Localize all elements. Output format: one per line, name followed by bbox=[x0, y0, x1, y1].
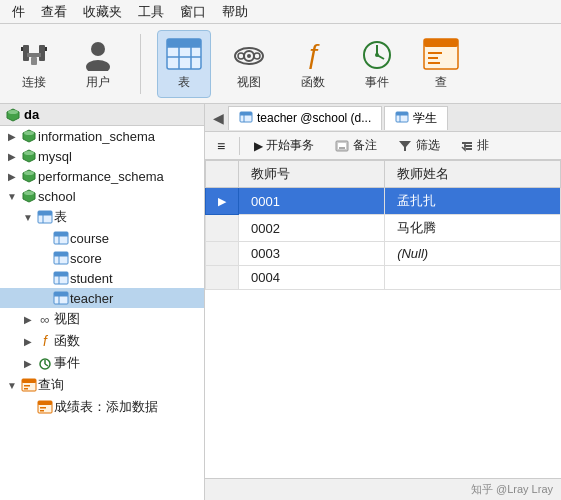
menu-window[interactable]: 窗口 bbox=[172, 1, 214, 23]
backup-button[interactable]: 备注 bbox=[328, 135, 383, 156]
sidebar-item-information-schema[interactable]: ▶ information_schema bbox=[0, 126, 204, 146]
toolbar-user[interactable]: 用户 bbox=[72, 30, 124, 98]
sidebar-item-performance-schema[interactable]: ▶ performance_schema bbox=[0, 166, 204, 186]
svg-rect-72 bbox=[240, 112, 252, 115]
sidebar-label-mysql: mysql bbox=[38, 149, 72, 164]
sidebar-item-teacher[interactable]: teacher bbox=[0, 288, 204, 308]
sidebar-item-events-folder[interactable]: ▶ 事件 bbox=[0, 352, 204, 374]
filter-button[interactable]: 筛选 bbox=[391, 135, 446, 156]
svg-line-60 bbox=[45, 364, 48, 366]
sidebar-item-tables-folder[interactable]: ▼ 表 bbox=[0, 206, 204, 228]
svg-rect-68 bbox=[40, 410, 44, 412]
svg-rect-24 bbox=[424, 39, 458, 47]
sidebar-label-school: school bbox=[38, 189, 76, 204]
svg-rect-3 bbox=[31, 57, 37, 65]
cell-id-3[interactable]: 0003 bbox=[239, 242, 385, 266]
status-bar: 知乎 @Lray Lray bbox=[205, 478, 561, 500]
sidebar-item-score[interactable]: score bbox=[0, 248, 204, 268]
table-icon-score bbox=[52, 250, 70, 266]
sidebar-item-course[interactable]: course bbox=[0, 228, 204, 248]
sidebar-header: da bbox=[0, 104, 204, 126]
tab-student[interactable]: 学生 bbox=[384, 106, 448, 130]
cell-id-2[interactable]: 0002 bbox=[239, 215, 385, 242]
sort-label: 排 bbox=[477, 137, 489, 154]
toolbar-query[interactable]: 查 bbox=[415, 30, 467, 98]
tab-nav-left[interactable]: ◀ bbox=[209, 108, 228, 128]
svg-rect-63 bbox=[24, 385, 30, 387]
svg-rect-64 bbox=[24, 388, 28, 390]
svg-rect-79 bbox=[339, 147, 345, 149]
menu-view[interactable]: 查看 bbox=[33, 1, 75, 23]
toggle-information-schema[interactable]: ▶ bbox=[4, 131, 20, 142]
sidebar-item-mysql[interactable]: ▶ mysql bbox=[0, 146, 204, 166]
user-icon bbox=[80, 36, 116, 72]
view-icon bbox=[231, 36, 267, 72]
menu-button[interactable]: ≡ bbox=[211, 136, 231, 156]
menubar: 件 查看 收藏夹 工具 窗口 帮助 bbox=[0, 0, 561, 24]
sidebar-label-views-folder: 视图 bbox=[54, 310, 80, 328]
table-row[interactable]: 0004 bbox=[206, 266, 561, 290]
toggle-tables-folder[interactable]: ▼ bbox=[20, 212, 36, 223]
cell-id-1[interactable]: 0001 bbox=[239, 188, 385, 215]
svg-point-37 bbox=[24, 191, 34, 195]
toolbar-connect[interactable]: 连接 bbox=[8, 30, 60, 98]
toolbar-query-label: 查 bbox=[435, 74, 447, 91]
svg-rect-26 bbox=[428, 57, 438, 59]
sidebar-item-views-folder[interactable]: ▶ ∞ 视图 bbox=[0, 308, 204, 330]
sidebar-item-functions-folder[interactable]: ▶ f 函数 bbox=[0, 330, 204, 352]
sidebar-item-queries-folder[interactable]: ▼ 查询 bbox=[0, 374, 204, 396]
menu-tools[interactable]: 工具 bbox=[130, 1, 172, 23]
views-folder-icon: ∞ bbox=[36, 311, 54, 327]
toggle-events-folder[interactable]: ▶ bbox=[20, 358, 36, 369]
svg-rect-27 bbox=[428, 62, 440, 64]
svg-point-33 bbox=[24, 151, 34, 155]
sidebar-label-teacher: teacher bbox=[70, 291, 113, 306]
db-icon-school bbox=[20, 188, 38, 204]
tab-teacher[interactable]: teacher @school (d... bbox=[228, 106, 382, 130]
menu-help[interactable]: 帮助 bbox=[214, 1, 256, 23]
toggle-functions-folder[interactable]: ▶ bbox=[20, 336, 36, 347]
table-row[interactable]: 0003 (Null) bbox=[206, 242, 561, 266]
transaction-button[interactable]: ▶ 开始事务 bbox=[248, 135, 320, 156]
toolbar-view[interactable]: 视图 bbox=[223, 30, 275, 98]
sidebar-item-student[interactable]: student bbox=[0, 268, 204, 288]
row-indicator-4 bbox=[206, 266, 239, 290]
cell-name-3-null[interactable]: (Null) bbox=[385, 242, 561, 266]
main-toolbar: 连接 用户 表 bbox=[0, 24, 561, 104]
connect-icon bbox=[16, 36, 52, 72]
toolbar-function[interactable]: ƒ 函数 bbox=[287, 30, 339, 98]
sidebar-item-query1[interactable]: 成绩表：添加数据 bbox=[0, 396, 204, 418]
table-icon bbox=[166, 36, 202, 72]
svg-point-31 bbox=[24, 131, 34, 135]
svg-point-22 bbox=[375, 53, 379, 57]
toggle-school[interactable]: ▼ bbox=[4, 191, 20, 202]
svg-rect-49 bbox=[54, 252, 68, 256]
query-icon bbox=[423, 36, 459, 72]
transaction-icon: ▶ bbox=[254, 139, 263, 153]
cell-name-1[interactable]: 孟扎扎 bbox=[385, 188, 561, 215]
toggle-performance-schema[interactable]: ▶ bbox=[4, 171, 20, 182]
table-row[interactable]: ▶ 0001 孟扎扎 bbox=[206, 188, 561, 215]
svg-point-16 bbox=[247, 54, 251, 58]
table-row[interactable]: 0002 马化腾 bbox=[206, 215, 561, 242]
cell-name-2[interactable]: 马化腾 bbox=[385, 215, 561, 242]
sidebar-item-school[interactable]: ▼ school bbox=[0, 186, 204, 206]
toggle-queries-folder[interactable]: ▼ bbox=[4, 380, 20, 391]
svg-marker-80 bbox=[399, 141, 411, 151]
queries-folder-icon bbox=[20, 377, 38, 393]
sort-button[interactable]: 排 bbox=[454, 135, 495, 156]
toolbar-connect-label: 连接 bbox=[22, 74, 46, 91]
menu-file[interactable]: 件 bbox=[4, 1, 33, 23]
row-indicator-header bbox=[206, 161, 239, 188]
cell-id-4[interactable]: 0004 bbox=[239, 266, 385, 290]
toggle-mysql[interactable]: ▶ bbox=[4, 151, 20, 162]
menu-favorites[interactable]: 收藏夹 bbox=[75, 1, 130, 23]
toolbar-event[interactable]: 事件 bbox=[351, 30, 403, 98]
svg-rect-76 bbox=[396, 112, 408, 115]
toggle-views-folder[interactable]: ▶ bbox=[20, 314, 36, 325]
function-icon: ƒ bbox=[295, 36, 331, 72]
db-icon-information-schema bbox=[20, 128, 38, 144]
toolbar-table-label: 表 bbox=[178, 74, 190, 91]
toolbar-table[interactable]: 表 bbox=[157, 30, 211, 98]
cell-name-4[interactable] bbox=[385, 266, 561, 290]
